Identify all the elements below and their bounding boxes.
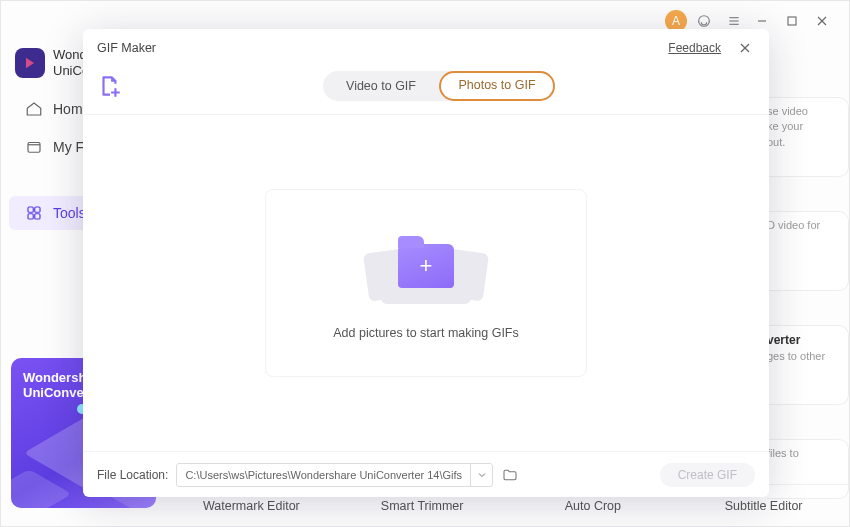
- dropzone[interactable]: + Add pictures to start making GIFs: [265, 189, 587, 377]
- mode-segmented-control: Video to GIF Photos to GIF: [323, 71, 555, 101]
- avatar-initial: A: [672, 14, 680, 28]
- browse-folder-icon[interactable]: [499, 464, 521, 486]
- close-icon[interactable]: [735, 38, 755, 58]
- svg-rect-8: [28, 143, 40, 153]
- modal-header: GIF Maker Feedback: [83, 29, 769, 67]
- sidebar-item-label: Tools: [53, 205, 86, 221]
- file-location-label: File Location:: [97, 468, 168, 482]
- gif-maker-modal: GIF Maker Feedback Video to GIF Photos t…: [83, 29, 769, 497]
- modal-title: GIF Maker: [97, 41, 156, 55]
- dropzone-illustration: +: [366, 226, 486, 306]
- tab-photos-to-gif[interactable]: Photos to GIF: [439, 71, 555, 101]
- file-location-path: C:\Users\ws\Pictures\Wondershare UniConv…: [177, 469, 470, 481]
- dropzone-label: Add pictures to start making GIFs: [333, 326, 519, 340]
- svg-rect-10: [35, 207, 40, 212]
- peek-card[interactable]: verter ges to other: [767, 325, 849, 405]
- folder-icon: +: [398, 244, 454, 288]
- modal-footer: File Location: C:\Users\ws\Pictures\Wond…: [83, 451, 769, 497]
- feedback-link[interactable]: Feedback: [668, 41, 721, 55]
- window-close[interactable]: [807, 6, 837, 36]
- svg-rect-9: [28, 207, 33, 212]
- tab-video-to-gif[interactable]: Video to GIF: [323, 71, 439, 101]
- svg-rect-12: [35, 214, 40, 219]
- modal-toolbar: Video to GIF Photos to GIF: [83, 67, 769, 115]
- file-location-field[interactable]: C:\Users\ws\Pictures\Wondershare UniConv…: [176, 463, 493, 487]
- peek-card[interactable]: se video ke your out.: [767, 97, 849, 177]
- add-file-icon[interactable]: [97, 73, 123, 99]
- create-gif-button: Create GIF: [660, 463, 755, 487]
- peek-card[interactable]: D video for: [767, 211, 849, 291]
- modal-body: + Add pictures to start making GIFs: [83, 115, 769, 451]
- svg-rect-11: [28, 214, 33, 219]
- brand-icon: [15, 48, 45, 78]
- main-window: A Wondershare UniConverter: [0, 0, 850, 527]
- svg-rect-5: [788, 17, 796, 25]
- chevron-down-icon[interactable]: [470, 464, 492, 486]
- window-maximize[interactable]: [777, 6, 807, 36]
